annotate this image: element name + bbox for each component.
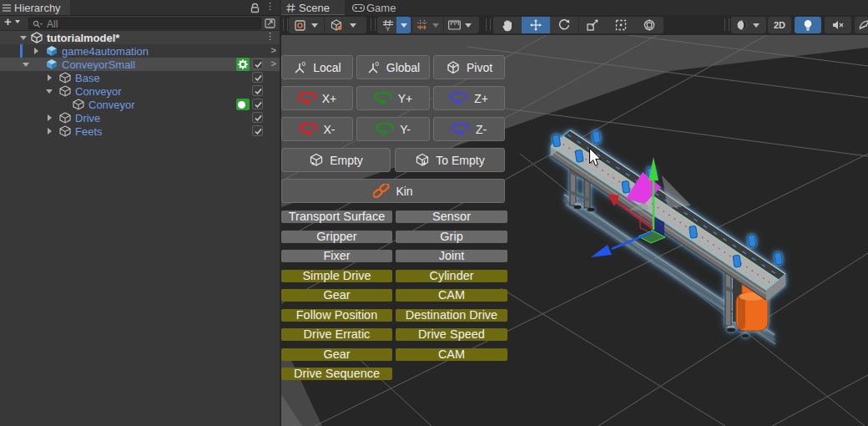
svg-text:Y: Y [386, 25, 391, 32]
svg-text:0: 0 [302, 60, 306, 68]
svg-text:0: 0 [375, 60, 379, 68]
